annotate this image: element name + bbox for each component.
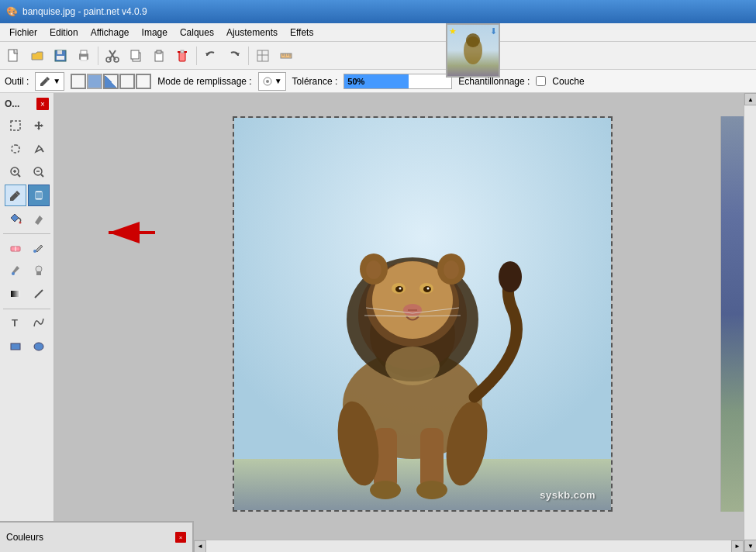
mode-fill-icon (262, 76, 273, 87)
redo-button[interactable] (223, 45, 245, 67)
tool-rect-select[interactable] (5, 115, 26, 136)
colors-header: Couleurs × (6, 532, 186, 543)
mode-btn-2[interactable] (87, 74, 102, 89)
tool-row-5 (2, 208, 52, 229)
svg-point-32 (266, 80, 269, 83)
tool-row-7 (2, 260, 52, 281)
scroll-right-button[interactable]: ► (731, 540, 744, 553)
ruler-button[interactable] (275, 45, 297, 67)
menu-calques[interactable]: Calques (174, 26, 220, 40)
svg-text:T: T (12, 317, 18, 329)
tool-rect-shape[interactable] (5, 335, 26, 357)
tool-eraser[interactable] (5, 236, 26, 258)
toolbar (0, 42, 756, 70)
tool-pencil[interactable] (5, 185, 26, 206)
tool-move-select[interactable] (28, 115, 50, 136)
copy-button[interactable] (125, 45, 147, 67)
undo-button[interactable] (200, 45, 222, 67)
app-icon: 🎨 (6, 6, 18, 17)
mode-btn-1[interactable] (71, 74, 86, 89)
tool-ellipse-shape[interactable] (28, 335, 50, 357)
svg-rect-5 (57, 56, 64, 60)
menu-image[interactable]: Image (136, 26, 174, 40)
tool-brush[interactable] (5, 260, 26, 281)
tool-dropdown-arrow[interactable]: ▼ (53, 77, 60, 85)
thumb-star-icon: ★ (449, 26, 457, 36)
bottom-scrollbar[interactable]: ◄ ► (194, 540, 744, 552)
scroll-track[interactable] (744, 105, 756, 540)
image-thumbnail: ★ ⬇ (446, 23, 500, 78)
delete-button[interactable] (171, 45, 193, 67)
mode-btn-3[interactable] (103, 74, 119, 89)
toolbox-close-button[interactable]: × (36, 98, 49, 110)
right-scrollbar[interactable]: ▲ ▼ (744, 93, 756, 552)
menu-affichage[interactable]: Affichage (85, 26, 136, 40)
mode-dropdown[interactable]: ▼ (258, 72, 286, 91)
tool-zoom[interactable] (5, 161, 26, 183)
new-button[interactable] (3, 45, 25, 67)
svg-point-90 (385, 347, 440, 385)
svg-rect-22 (257, 50, 268, 61)
menu-effets[interactable]: Effets (284, 26, 319, 40)
canvas-background: syskb.com (234, 118, 611, 510)
tool-recolor[interactable] (28, 208, 50, 229)
tolerance-label: Tolérance : (292, 76, 338, 87)
svg-point-82 (416, 481, 447, 499)
tool-paint-bucket[interactable] (5, 208, 26, 229)
tool-text[interactable]: T (5, 312, 26, 333)
scroll-down-button[interactable]: ▼ (744, 540, 756, 552)
svg-point-49 (33, 250, 36, 253)
paste-button[interactable] (148, 45, 170, 67)
open-button[interactable] (26, 45, 48, 67)
pencil-tool-icon (39, 75, 51, 88)
toolbox: O... × (0, 93, 54, 552)
canvas-area: syskb.com (54, 93, 744, 552)
image-canvas: syskb.com (233, 116, 613, 512)
svg-rect-56 (11, 343, 20, 350)
mode-label: Mode de remplissage : (157, 76, 251, 87)
optionsbar: Outil : ▼ Mode de remplissage : ▼ Toléra… (0, 70, 756, 93)
save-button[interactable] (50, 45, 71, 67)
tool-row-9: T (2, 312, 52, 333)
mode-btn-5[interactable] (136, 74, 151, 89)
svg-point-1 (466, 33, 480, 47)
menu-edition[interactable]: Edition (43, 26, 85, 40)
svg-rect-19 (181, 50, 184, 53)
tool-hand[interactable] (28, 185, 50, 206)
svg-rect-8 (81, 57, 87, 60)
tool-selector[interactable]: ▼ (35, 72, 64, 91)
tool-row-3 (2, 161, 52, 183)
svg-rect-4 (57, 50, 62, 54)
couche-label: Couche (552, 76, 584, 87)
lion-svg (234, 118, 611, 510)
mode-btn-4[interactable] (119, 74, 135, 89)
tool-bezier[interactable] (28, 312, 50, 333)
tool-pan-zoom[interactable] (28, 161, 50, 183)
tool-magic-select[interactable] (28, 138, 50, 160)
scroll-left-button[interactable]: ◄ (194, 540, 206, 553)
mode-dropdown-arrow[interactable]: ▼ (274, 77, 282, 85)
tool-sep-1 (3, 233, 50, 234)
colors-close-button[interactable]: × (175, 532, 186, 543)
tool-line[interactable] (28, 283, 50, 305)
toolbar-sep-2 (196, 47, 197, 65)
window-title: banquise.jpg - paint.net v4.0.9 (22, 6, 147, 17)
menu-ajustements[interactable]: Ajustements (220, 26, 284, 40)
watermark-text: syskb.com (540, 489, 595, 501)
svg-point-78 (444, 260, 459, 279)
svg-rect-52 (36, 271, 41, 275)
cut-button[interactable] (102, 45, 123, 67)
tool-row-1 (2, 115, 52, 136)
svg-line-54 (35, 290, 43, 298)
tool-lasso[interactable] (5, 138, 26, 160)
print-button[interactable] (73, 45, 95, 67)
h-scroll-track[interactable] (206, 540, 731, 553)
tool-gradient[interactable] (5, 283, 26, 305)
tolerance-bar[interactable]: 50% (343, 74, 452, 89)
tool-magic-eraser[interactable] (28, 236, 50, 258)
grid-button[interactable] (252, 45, 274, 67)
echantillonnage-checkbox[interactable] (536, 76, 546, 86)
menu-fichier[interactable]: Fichier (3, 26, 43, 40)
scroll-up-button[interactable]: ▲ (744, 93, 756, 105)
tool-clone[interactable] (28, 260, 50, 281)
